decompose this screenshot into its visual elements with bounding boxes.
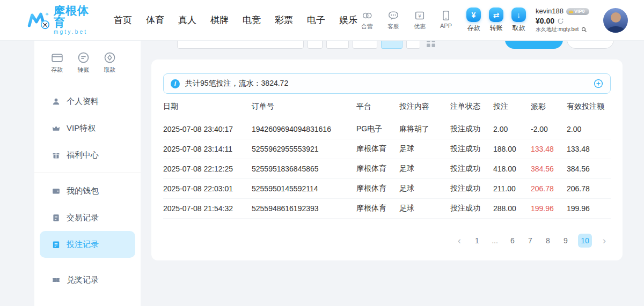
menu-label: 投注记录 xyxy=(67,240,99,250)
menu-label: 个人资料 xyxy=(67,96,99,107)
main-nav: 首页 体育 真人 棋牌 电竞 彩票 电子 娱乐 xyxy=(114,14,357,26)
sidebar-item-profile[interactable]: 个人资料 xyxy=(40,88,135,115)
sidebar-item-wallet[interactable]: 我的钱包 xyxy=(40,177,135,204)
sidebar-item-vip[interactable]: VIP特权 xyxy=(40,115,135,141)
cell-valid: 384.56 xyxy=(567,165,611,173)
app-link[interactable]: APP xyxy=(436,10,456,31)
query-button[interactable] xyxy=(505,40,563,49)
nav-item-live-casino[interactable]: 真人 xyxy=(178,14,196,26)
page-button-9[interactable]: 9 xyxy=(560,234,571,248)
avatar[interactable] xyxy=(603,8,628,33)
table-header-cell: 投注内容 xyxy=(399,102,450,111)
sidebar-withdraw-label: 取款 xyxy=(104,66,116,74)
page-button-1[interactable]: 1 xyxy=(472,234,482,248)
nav-item-esports[interactable]: 电竞 xyxy=(243,14,261,26)
brand-logo-icon xyxy=(27,10,50,31)
cell-bet: 188.00 xyxy=(493,145,531,153)
nav-item-entertainment[interactable]: 娱乐 xyxy=(339,14,357,26)
deposit-icon: ¥ xyxy=(466,8,481,22)
nav-item-sports[interactable]: 体育 xyxy=(146,14,164,26)
date-filter-box-active[interactable] xyxy=(381,40,402,49)
cell-platform: 摩根体育 xyxy=(356,164,399,174)
cell-status: 投注成功 xyxy=(450,164,493,174)
crown-icon xyxy=(52,124,61,133)
sidebar-item-redeem-records[interactable]: 兑奖记录 xyxy=(40,266,135,293)
person-icon xyxy=(52,97,61,106)
topbar-quick-links: 合营 客服 ¥ 优惠 APP xyxy=(357,10,456,31)
cell-date: 2025-07-08 23:40:17 xyxy=(163,125,252,133)
cell-status: 投注成功 xyxy=(450,144,493,154)
date-filter-box[interactable] xyxy=(308,40,323,49)
partner-icon xyxy=(361,10,373,21)
cell-status: 投注成功 xyxy=(450,124,493,134)
partner-link[interactable]: 合营 xyxy=(357,10,377,31)
magnifier-icon[interactable] xyxy=(581,27,587,33)
expand-icon[interactable] xyxy=(594,79,603,88)
cell-content: 足球 xyxy=(399,164,450,174)
brand-title: 摩根体育 xyxy=(54,5,100,28)
deposit-button[interactable]: ¥ 存款 xyxy=(466,8,481,33)
svg-text:¥: ¥ xyxy=(418,13,421,19)
promo-link[interactable]: ¥ 优惠 xyxy=(410,10,429,31)
refresh-balance-icon[interactable] xyxy=(557,18,564,25)
table-row: 2025-07-08 22:12:25 5255951836845865 摩根体… xyxy=(163,159,611,179)
cell-date: 2025-07-08 21:54:32 xyxy=(163,204,252,213)
nav-item-slots[interactable]: 电子 xyxy=(307,14,325,26)
avatar-torso xyxy=(607,26,625,33)
sidebar-item-bet-records[interactable]: 投注记录 xyxy=(40,231,135,258)
page-button-6[interactable]: 6 xyxy=(507,234,518,248)
nav-item-home[interactable]: 首页 xyxy=(114,14,132,26)
cell-date: 2025-07-08 22:12:25 xyxy=(163,165,252,173)
order-search-input[interactable] xyxy=(177,40,304,49)
info-icon: i xyxy=(171,79,180,88)
date-filter-box[interactable] xyxy=(326,40,349,49)
vip-badge[interactable]: VIP0 xyxy=(566,8,589,15)
nav-item-lottery[interactable]: 彩票 xyxy=(275,14,293,26)
brand-domain: mgty.bet xyxy=(54,29,100,35)
page-button-8[interactable]: 8 xyxy=(543,234,553,248)
wallet-actions: ¥ 存款 ⇄ 转账 ↓ 取款 xyxy=(466,8,526,33)
cell-bet: 211.00 xyxy=(493,184,531,193)
cell-platform: PG电子 xyxy=(356,124,399,134)
crown-icon xyxy=(569,10,573,13)
transfer-coin-icon xyxy=(77,51,90,64)
grid-icon[interactable] xyxy=(426,40,436,48)
sidebar-transfer-shortcut[interactable]: 转账 xyxy=(77,51,90,74)
next-page-button[interactable]: › xyxy=(599,234,610,248)
date-filter-box[interactable] xyxy=(406,40,420,49)
topbar: 摩根体育 mgty.bet 首页 体育 真人 棋牌 电竞 彩票 电子 娱乐 合营… xyxy=(0,0,644,40)
transfer-button[interactable]: ⇄ 转账 xyxy=(489,8,503,33)
bet-records-card: i 共计95笔投注，流水：3824.72 日期 订单号 平台 投注内容 注单状态… xyxy=(151,59,623,260)
sidebar-item-welfare[interactable]: 福利中心 xyxy=(40,141,135,168)
cell-payout: 133.48 xyxy=(531,145,567,153)
nav-item-board-games[interactable]: 棋牌 xyxy=(210,14,229,26)
wallet-icon xyxy=(52,186,61,196)
page-button-7[interactable]: 7 xyxy=(525,234,536,248)
reset-button[interactable] xyxy=(567,40,614,49)
sidebar-item-transactions[interactable]: 交易记录 xyxy=(40,204,135,231)
page-button-10-active[interactable]: 10 xyxy=(578,234,592,248)
cell-date: 2025-07-08 22:03:01 xyxy=(163,184,252,193)
support-link[interactable]: 客服 xyxy=(384,10,403,31)
cell-order-no: 1942609694094831616 xyxy=(252,125,356,133)
cell-content: 足球 xyxy=(399,144,450,154)
user-info: kevin188 VIP0 ¥0.00 永久地址:mgty.bet xyxy=(536,7,596,33)
sidebar-withdraw-shortcut[interactable]: 取款 xyxy=(103,51,116,74)
sidebar-deposit-shortcut[interactable]: 存款 xyxy=(50,51,64,74)
cell-content: 足球 xyxy=(399,204,450,213)
brand-logo[interactable]: 摩根体育 mgty.bet xyxy=(27,5,100,35)
cell-payout: 384.56 xyxy=(531,165,567,173)
cell-platform: 摩根体育 xyxy=(356,144,399,154)
withdraw-button[interactable]: ↓ 取款 xyxy=(511,8,526,33)
prev-page-button[interactable]: ‹ xyxy=(454,234,465,248)
cell-platform: 摩根体育 xyxy=(356,184,399,193)
menu-gap xyxy=(34,258,141,266)
gift-icon xyxy=(52,151,61,160)
date-filter-box[interactable] xyxy=(353,40,377,49)
app-label: APP xyxy=(440,23,452,29)
left-gutter xyxy=(0,40,34,306)
sidebar: 存款 转账 取款 个人资料 xyxy=(34,40,141,306)
cell-bet: 288.00 xyxy=(493,204,531,213)
table-header-cell: 平台 xyxy=(356,102,399,111)
menu-label: 兑奖记录 xyxy=(67,275,99,285)
